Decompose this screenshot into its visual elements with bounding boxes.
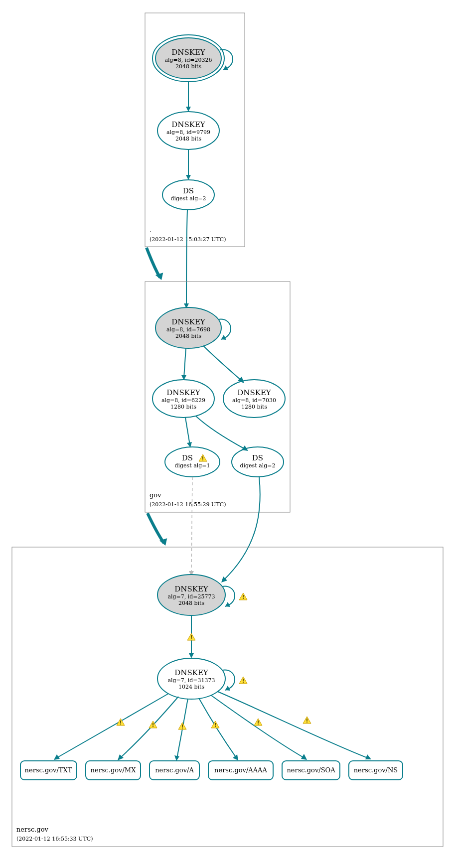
zone-gov: gov (2022-01-12 16:55:29 UTC) DNSKEY alg… — [145, 282, 290, 512]
svg-text:alg=8, id=9799: alg=8, id=9799 — [166, 129, 210, 136]
svg-text:nersc.gov/NS: nersc.gov/NS — [354, 766, 398, 774]
rr-txt[interactable]: nersc.gov/TXT — [20, 761, 77, 780]
svg-text:DNSKEY: DNSKEY — [174, 668, 209, 677]
warning-icon: ! — [239, 593, 247, 600]
edge-deleg-root-gov — [147, 248, 160, 278]
node-gov-ksk[interactable]: DNSKEY alg=8, id=7698 2048 bits — [155, 307, 221, 348]
svg-text:DNSKEY: DNSKEY — [171, 48, 206, 57]
svg-text:DNSKEY: DNSKEY — [171, 120, 206, 129]
node-nersc-ksk[interactable]: DNSKEY alg=7, id=25773 2048 bits — [157, 575, 225, 615]
warning-icon: ! — [239, 677, 247, 684]
edge-gov-zsk1-ds2 — [196, 416, 246, 449]
svg-text:digest alg=2: digest alg=2 — [170, 195, 206, 202]
svg-text:!: ! — [152, 722, 154, 728]
rr-mx[interactable]: nersc.gov/MX — [86, 761, 141, 780]
node-nersc-zsk[interactable]: DNSKEY alg=7, id=31373 1024 bits — [157, 658, 225, 699]
svg-text:!: ! — [242, 594, 244, 600]
svg-text:!: ! — [305, 718, 308, 724]
svg-text:!: ! — [190, 634, 192, 641]
svg-text:nersc.gov/AAAA: nersc.gov/AAAA — [214, 766, 267, 774]
warning-icon: ! — [178, 723, 186, 730]
edge-gov-zsk1-ds1 — [185, 418, 190, 445]
svg-text:!: ! — [201, 455, 204, 462]
node-root-zsk[interactable]: DNSKEY alg=8, id=9799 2048 bits — [157, 112, 219, 149]
edge-root-ds-gov-ksk — [186, 210, 187, 306]
edge-gov-ds2-nersc-ksk — [223, 477, 260, 580]
node-gov-ds1[interactable]: DS digest alg=1 — [165, 447, 220, 477]
svg-text:DNSKEY: DNSKEY — [237, 388, 272, 397]
svg-text:alg=7, id=31373: alg=7, id=31373 — [167, 677, 215, 684]
rr-aaaa[interactable]: nersc.gov/AAAA — [208, 761, 273, 780]
edge-gov-ksk-zsk1 — [184, 348, 186, 378]
svg-marker-86 — [233, 754, 238, 760]
zone-gov-name: gov — [150, 491, 161, 499]
svg-text:nersc.gov/MX: nersc.gov/MX — [91, 766, 137, 774]
node-gov-ds2[interactable]: DS digest alg=2 — [232, 447, 284, 477]
svg-marker-83 — [174, 755, 179, 761]
node-root-ds[interactable]: DS digest alg=2 — [162, 180, 214, 210]
edge-deleg-gov-nersc — [148, 513, 164, 543]
svg-text:2048 bits: 2048 bits — [178, 600, 204, 606]
svg-text:DS: DS — [252, 453, 263, 462]
node-gov-zsk1[interactable]: DNSKEY alg=8, id=6229 1280 bits — [152, 380, 214, 418]
svg-text:DNSKEY: DNSKEY — [171, 317, 206, 326]
svg-text:DS: DS — [183, 186, 194, 195]
warning-icon: ! — [303, 717, 311, 724]
zone-nersc-name: nersc.gov — [16, 826, 49, 833]
edge-gov-ksk-zsk2 — [203, 346, 242, 381]
edge-gov-ds1-nersc-ksk — [191, 477, 192, 574]
zone-root: . (2022-01-12 15:03:27 UTC) DNSKEY alg=8… — [145, 13, 245, 247]
svg-text:digest alg=2: digest alg=2 — [240, 462, 275, 469]
svg-text:1024 bits: 1024 bits — [178, 684, 204, 690]
dnssec-graph: . (2022-01-12 15:03:27 UTC) DNSKEY alg=8… — [0, 0, 455, 868]
rr-a[interactable]: nersc.gov/A — [150, 761, 199, 780]
svg-text:1280 bits: 1280 bits — [241, 404, 267, 410]
svg-text:nersc.gov/SOA: nersc.gov/SOA — [287, 766, 335, 774]
svg-text:nersc.gov/A: nersc.gov/A — [155, 766, 194, 774]
svg-text:DS: DS — [182, 453, 193, 462]
svg-text:!: ! — [214, 722, 216, 728]
svg-text:nersc.gov/TXT: nersc.gov/TXT — [25, 766, 72, 774]
svg-marker-62 — [189, 653, 194, 658]
rr-ns[interactable]: nersc.gov/NS — [349, 761, 403, 780]
svg-text:DNSKEY: DNSKEY — [174, 584, 209, 593]
svg-text:alg=8, id=6229: alg=8, id=6229 — [161, 397, 205, 404]
svg-marker-15 — [186, 175, 191, 180]
svg-text:!: ! — [119, 720, 122, 726]
svg-text:alg=7, id=25773: alg=7, id=25773 — [167, 593, 215, 600]
zone-gov-ts: (2022-01-12 16:55:29 UTC) — [150, 501, 226, 508]
warning-icon: ! — [254, 719, 262, 726]
node-gov-zsk2[interactable]: DNSKEY alg=8, id=7030 1280 bits — [223, 380, 285, 418]
svg-rect-47 — [12, 547, 443, 847]
svg-text:alg=8, id=7698: alg=8, id=7698 — [166, 326, 210, 333]
zone-nersc: nersc.gov (2022-01-12 16:55:33 UTC) DNSK… — [12, 547, 443, 847]
zone-nersc-ts: (2022-01-12 16:55:33 UTC) — [16, 836, 93, 842]
svg-text:digest alg=1: digest alg=1 — [174, 462, 210, 469]
svg-text:DNSKEY: DNSKEY — [166, 388, 201, 397]
svg-text:!: ! — [242, 678, 244, 684]
svg-text:!: ! — [181, 723, 183, 730]
node-root-ksk[interactable]: DNSKEY alg=8, id=20326 2048 bits — [152, 35, 224, 82]
zone-root-name: . — [150, 226, 152, 234]
svg-text:1280 bits: 1280 bits — [170, 404, 196, 410]
zone-root-ts: (2022-01-12 15:03:27 UTC) — [150, 236, 226, 243]
svg-text:!: ! — [257, 720, 259, 726]
svg-text:2048 bits: 2048 bits — [175, 63, 201, 70]
warning-icon: ! — [187, 633, 195, 641]
svg-text:2048 bits: 2048 bits — [175, 136, 201, 142]
rr-soa[interactable]: nersc.gov/SOA — [282, 761, 340, 780]
svg-text:2048 bits: 2048 bits — [175, 333, 201, 339]
svg-marker-14 — [186, 107, 191, 112]
svg-text:alg=8, id=7030: alg=8, id=7030 — [232, 397, 276, 404]
svg-text:alg=8, id=20326: alg=8, id=20326 — [164, 57, 212, 63]
